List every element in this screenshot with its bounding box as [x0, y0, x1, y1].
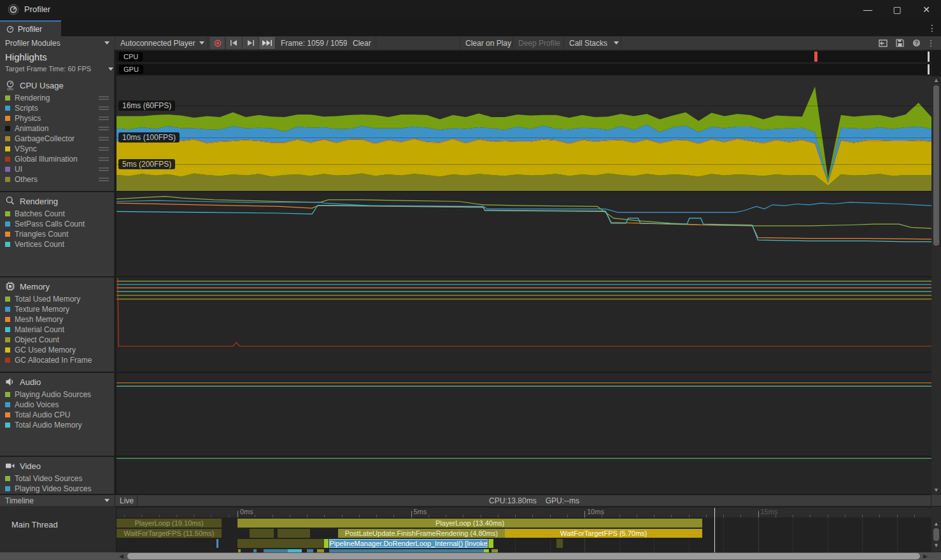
- timeline-span[interactable]: [488, 539, 494, 548]
- next-frame-button[interactable]: [243, 37, 259, 49]
- scrollbar-thumb[interactable]: [127, 553, 920, 559]
- drag-handle-icon[interactable]: [99, 147, 109, 152]
- timeline-span[interactable]: [237, 539, 324, 548]
- timeline-span[interactable]: PostLateUpdate.FinishFrameRendering (4.8…: [338, 529, 505, 538]
- legend-item[interactable]: Batches Count: [0, 209, 114, 219]
- legend-item[interactable]: Playing Audio Sources: [0, 389, 114, 400]
- toolbar-kebab-icon[interactable]: ⋮: [926, 38, 936, 48]
- drag-handle-icon[interactable]: [99, 96, 109, 101]
- legend-item[interactable]: Playing Video Sources: [0, 484, 114, 494]
- timeline-span-selected[interactable]: PipelineManager.DoRenderLoop_Internal() …: [329, 539, 488, 548]
- drag-handle-icon[interactable]: [99, 157, 109, 162]
- timeline-span[interactable]: [324, 539, 329, 548]
- rendering-chart[interactable]: [117, 192, 931, 276]
- module-header-video[interactable]: Video: [0, 457, 114, 473]
- legend-item[interactable]: Triangles Count: [0, 229, 114, 239]
- timeline-span[interactable]: [556, 539, 562, 548]
- audio-chart[interactable]: [117, 373, 931, 456]
- current-frame-button[interactable]: [259, 37, 276, 49]
- drag-handle-icon[interactable]: [99, 167, 109, 172]
- timeline-span-previous[interactable]: [216, 539, 218, 548]
- legend-item[interactable]: Object Count: [0, 335, 114, 345]
- target-selection-dropdown[interactable]: Autoconnected Player: [115, 36, 208, 50]
- live-toggle[interactable]: Live: [117, 495, 138, 506]
- drag-handle-icon[interactable]: [99, 127, 109, 132]
- scroll-up-icon[interactable]: ▲: [933, 521, 939, 527]
- scroll-left-icon[interactable]: ◀: [118, 553, 125, 559]
- legend-item[interactable]: Audio Voices: [0, 400, 114, 410]
- timeline-view-dropdown[interactable]: Timeline: [0, 495, 115, 506]
- clear-button[interactable]: Clear: [347, 36, 376, 50]
- module-header-cpu[interactable]: CPUCPU Usage: [0, 76, 114, 93]
- scroll-right-icon[interactable]: ▶: [922, 553, 929, 559]
- scroll-up-icon[interactable]: ▲: [933, 78, 939, 83]
- legend-item[interactable]: Vertices Count: [0, 239, 114, 249]
- highlights-strip[interactable]: CPU GPU: [117, 50, 931, 76]
- timeline-horizontal-scrollbar[interactable]: ◀ ▶: [0, 552, 941, 560]
- legend-item[interactable]: GarbageCollector: [0, 134, 114, 144]
- title-bar[interactable]: Profiler — ▢ ✕: [0, 0, 941, 19]
- module-header-rendering[interactable]: Rendering: [0, 192, 114, 209]
- record-button[interactable]: [210, 37, 225, 49]
- legend-item[interactable]: SetPass Calls Count: [0, 219, 114, 229]
- cpu-highlight-row[interactable]: CPU: [117, 51, 931, 62]
- close-button[interactable]: ✕: [912, 0, 941, 19]
- legend-item[interactable]: Texture Memory: [0, 304, 114, 314]
- drag-handle-icon[interactable]: [99, 116, 109, 122]
- legend-item[interactable]: Total Audio Memory: [0, 420, 114, 430]
- timeline-vertical-scrollbar[interactable]: ▲ ▼: [931, 507, 941, 552]
- legend-item[interactable]: Animation: [0, 123, 114, 134]
- tab-menu-kebab-icon[interactable]: ⋮: [927, 23, 937, 34]
- legend-item[interactable]: VSync: [0, 144, 114, 154]
- tab-profiler[interactable]: Profiler: [0, 20, 61, 36]
- prev-frame-button[interactable]: [226, 37, 243, 49]
- scrollbar-thumb[interactable]: [933, 528, 939, 541]
- module-header-audio[interactable]: Audio: [0, 373, 114, 389]
- legend-item[interactable]: Total Audio CPU: [0, 410, 114, 420]
- maximize-button[interactable]: ▢: [882, 0, 912, 19]
- legend-item[interactable]: Global Illumination: [0, 154, 114, 164]
- legend-item[interactable]: Total Used Memory: [0, 294, 114, 304]
- timeline-span[interactable]: [250, 529, 274, 538]
- legend-item[interactable]: UI: [0, 164, 114, 174]
- legend-item[interactable]: Total Video Sources: [0, 473, 114, 484]
- legend-item[interactable]: Material Count: [0, 325, 114, 335]
- timeline-body[interactable]: Main Thread 0ms5ms10ms15ms20ms PlayerLoo…: [0, 506, 931, 552]
- scrollbar-thumb[interactable]: [933, 85, 939, 246]
- legend-item[interactable]: Others: [0, 174, 114, 185]
- legend-item[interactable]: GC Used Memory: [0, 345, 114, 355]
- legend-item[interactable]: Rendering: [0, 93, 114, 103]
- legend-item[interactable]: GC Allocated In Frame: [0, 355, 114, 365]
- timeline-span[interactable]: PlayerLoop (13.40ms): [237, 519, 702, 528]
- timeline-span-previous[interactable]: PlayerLoop (19.10ms): [117, 519, 222, 528]
- legend-item[interactable]: Mesh Memory: [0, 314, 114, 325]
- timeline-span[interactable]: WaitForTargetFPS (5.70ms): [505, 529, 703, 538]
- over-budget-frame-marker[interactable]: [814, 52, 817, 62]
- target-frame-time-dropdown[interactable]: Target Frame Time: 60 FPS: [5, 65, 91, 73]
- clear-on-play-button[interactable]: Clear on Play: [460, 36, 513, 50]
- legend-item[interactable]: Scripts: [0, 103, 114, 113]
- memory-chart[interactable]: [117, 277, 931, 372]
- charts-vertical-scrollbar[interactable]: ▲ ▼: [931, 76, 941, 495]
- load-profile-button[interactable]: [876, 38, 890, 48]
- call-stacks-dropdown[interactable]: [609, 36, 621, 50]
- legend-item[interactable]: Physics: [0, 113, 114, 123]
- module-header-memory[interactable]: Memory: [0, 277, 114, 294]
- ruler-tick: [740, 515, 741, 517]
- scroll-down-icon[interactable]: ▼: [933, 487, 939, 493]
- drag-handle-icon[interactable]: [99, 106, 109, 111]
- call-stacks-button[interactable]: Call Stacks: [564, 36, 609, 50]
- cpu-chart[interactable]: 16ms (60FPS)10ms (100FPS)5ms (200FPS): [117, 76, 931, 191]
- drag-handle-icon[interactable]: [99, 137, 109, 142]
- video-chart[interactable]: [117, 457, 931, 494]
- help-button[interactable]: ?: [909, 38, 923, 48]
- gpu-highlight-row[interactable]: GPU: [117, 64, 931, 75]
- scroll-down-icon[interactable]: ▼: [933, 543, 939, 549]
- save-profile-button[interactable]: [893, 38, 907, 48]
- timeline-span-previous[interactable]: WaitForTargetFPS (11.50ms): [117, 529, 222, 538]
- timeline-span[interactable]: [278, 529, 311, 538]
- profiler-modules-dropdown[interactable]: Profiler Modules: [0, 36, 115, 50]
- minimize-button[interactable]: —: [853, 0, 882, 19]
- timeline-ruler[interactable]: 0ms5ms10ms15ms20ms: [117, 508, 931, 517]
- drag-handle-icon[interactable]: [99, 178, 109, 183]
